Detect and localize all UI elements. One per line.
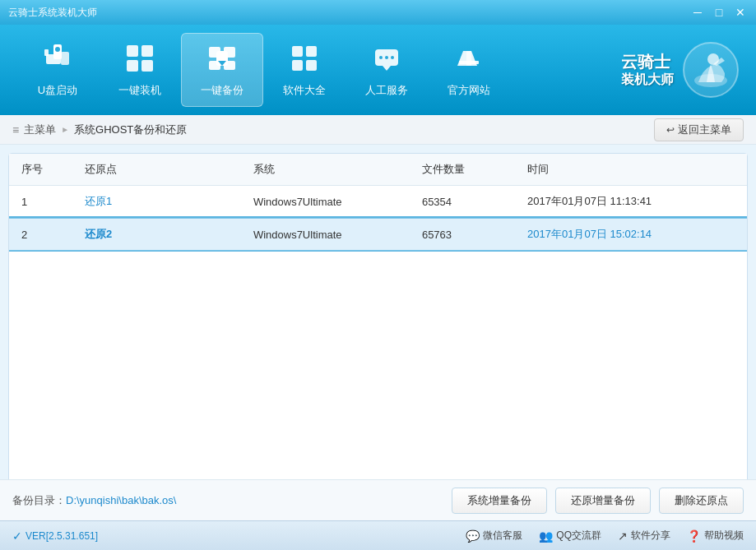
col-header-system: 系统 <box>241 154 410 186</box>
wechat-icon: 💬 <box>466 529 480 543</box>
nav-item-usb[interactable]: U盘启动 <box>16 33 99 107</box>
wechat-link[interactable]: 💬 微信客服 <box>466 529 522 543</box>
breadcrumb-menu-icon: ≡ <box>12 123 19 136</box>
service-icon <box>371 43 402 78</box>
share-link[interactable]: ↗ 软件分享 <box>618 529 670 543</box>
svg-rect-5 <box>127 45 138 57</box>
table-row[interactable]: 1 还原1 Windows7Ultimate 65354 2017年01月07日… <box>9 186 747 219</box>
table-header: 序号 还原点 系统 文件数量 时间 <box>9 154 747 186</box>
window-controls: ─ □ ✕ <box>690 5 748 20</box>
back-label: 返回主菜单 <box>678 122 731 137</box>
help-label: 帮助视频 <box>704 529 744 543</box>
nav-item-service[interactable]: 人工服务 <box>346 33 428 107</box>
check-icon: ✓ <box>12 529 22 543</box>
col-header-time: 时间 <box>515 154 747 186</box>
cell-point: 还原2 <box>72 218 241 251</box>
svg-point-21 <box>385 56 388 59</box>
back-button[interactable]: ↩ 返回主菜单 <box>654 118 744 141</box>
cell-files: 65763 <box>410 218 515 251</box>
data-table: 序号 还原点 系统 文件数量 时间 1 还原1 Windows7Ultimate… <box>9 154 747 252</box>
share-icon: ↗ <box>618 529 628 543</box>
nav-item-software[interactable]: 软件大全 <box>263 33 346 107</box>
delete-button[interactable]: 删除还原点 <box>659 488 744 514</box>
breadcrumb-home[interactable]: 主菜单 <box>24 122 56 137</box>
help-link[interactable]: ❓ 帮助视频 <box>687 529 744 543</box>
cell-time: 2017年01月07日 11:13:41 <box>515 186 747 219</box>
status-bar: ✓ VER[2.5.31.651] 💬 微信客服 👥 QQ交流群 ↗ 软件分享 … <box>0 520 756 550</box>
cell-system: Windows7Ultimate <box>241 218 410 251</box>
version-text: VER[2.5.31.651] <box>26 530 98 542</box>
nav-label-service: 人工服务 <box>365 83 408 98</box>
footer-path-area: 备份目录： D:\yunqishi\bak\bak.os\ <box>12 493 176 508</box>
brand-line1: 云骑士 <box>621 52 674 72</box>
usb-icon <box>42 43 73 78</box>
col-header-index: 序号 <box>9 154 72 186</box>
breadcrumb-current: 系统GHOST备份和还原 <box>74 122 187 137</box>
maximize-button[interactable]: □ <box>712 5 726 20</box>
svg-rect-15 <box>292 46 303 57</box>
col-header-point: 还原点 <box>72 154 241 186</box>
footer-actions: 系统增量备份 还原增量备份 删除还原点 <box>452 488 744 514</box>
path-link[interactable]: D:\yunqishi\bak\bak.os\ <box>66 494 176 506</box>
top-nav: U盘启动 一键装机 <box>0 25 756 115</box>
share-label: 软件分享 <box>631 529 670 543</box>
table-body: 1 还原1 Windows7Ultimate 65354 2017年01月07日… <box>9 186 747 252</box>
path-label: 备份目录： <box>12 493 66 508</box>
app-title: 云骑士系统装机大师 <box>8 6 97 20</box>
version-area: ✓ VER[2.5.31.651] <box>12 529 98 543</box>
svg-rect-1 <box>44 49 49 56</box>
cell-files: 65354 <box>410 186 515 219</box>
title-bar: 云骑士系统装机大师 ─ □ ✕ <box>0 0 756 25</box>
website-icon <box>453 43 485 78</box>
brand-line2: 装机大师 <box>621 72 674 87</box>
footer-bar: 备份目录： D:\yunqishi\bak\bak.os\ 系统增量备份 还原增… <box>0 479 756 520</box>
status-links: 💬 微信客服 👥 QQ交流群 ↗ 软件分享 ❓ 帮助视频 <box>466 529 744 543</box>
cell-index: 2 <box>9 218 72 251</box>
nav-label-install: 一键装机 <box>118 83 161 98</box>
svg-rect-16 <box>306 46 317 57</box>
svg-rect-8 <box>141 60 153 72</box>
minimize-button[interactable]: ─ <box>690 5 705 20</box>
svg-point-4 <box>55 47 60 52</box>
cell-index: 1 <box>9 186 72 219</box>
breadcrumb-bar: ≡ 主菜单 ► 系统GHOST备份和还原 ↩ 返回主菜单 <box>0 115 756 145</box>
qq-link[interactable]: 👥 QQ交流群 <box>539 529 601 543</box>
qq-label: QQ交流群 <box>556 529 601 543</box>
qq-icon: 👥 <box>539 529 553 543</box>
cell-point: 还原1 <box>72 186 241 219</box>
help-icon: ❓ <box>687 529 701 543</box>
backup-icon <box>206 43 238 78</box>
software-icon <box>289 43 320 78</box>
nav-label-backup: 一键备份 <box>201 83 243 98</box>
svg-rect-18 <box>306 60 317 71</box>
nav-label-software: 软件大全 <box>283 83 326 98</box>
main-content: 序号 还原点 系统 文件数量 时间 1 还原1 Windows7Ultimate… <box>8 153 748 506</box>
svg-rect-2 <box>61 52 69 65</box>
nav-item-website[interactable]: 官方网站 <box>428 33 510 107</box>
cell-time: 2017年01月07日 15:02:14 <box>515 218 747 251</box>
install-icon <box>124 43 155 78</box>
cell-system: Windows7Ultimate <box>241 186 410 219</box>
svg-rect-17 <box>292 60 303 71</box>
svg-rect-7 <box>127 60 138 72</box>
brand: 云骑士 装机大师 <box>621 41 740 99</box>
svg-rect-25 <box>466 51 471 66</box>
close-button[interactable]: ✕ <box>733 5 748 20</box>
backup-button[interactable]: 系统增量备份 <box>452 488 547 514</box>
nav-item-install[interactable]: 一键装机 <box>99 33 181 107</box>
brand-text: 云骑士 装机大师 <box>621 52 674 87</box>
restore-button[interactable]: 还原增量备份 <box>555 488 651 514</box>
breadcrumb-separator: ► <box>61 125 69 134</box>
back-icon: ↩ <box>666 124 675 136</box>
table-header-row: 序号 还原点 系统 文件数量 时间 <box>9 154 747 186</box>
col-header-files: 文件数量 <box>410 154 515 186</box>
nav-label-usb: U盘启动 <box>38 83 77 98</box>
table-row[interactable]: 2 还原2 Windows7Ultimate 65763 2017年01月07日… <box>9 218 747 251</box>
svg-rect-6 <box>141 45 153 57</box>
svg-point-20 <box>379 56 383 59</box>
wechat-label: 微信客服 <box>483 529 522 543</box>
nav-item-backup[interactable]: 一键备份 <box>181 33 263 107</box>
svg-point-22 <box>391 56 394 59</box>
nav-label-website: 官方网站 <box>448 83 490 98</box>
nav-items: U盘启动 一键装机 <box>16 33 605 107</box>
